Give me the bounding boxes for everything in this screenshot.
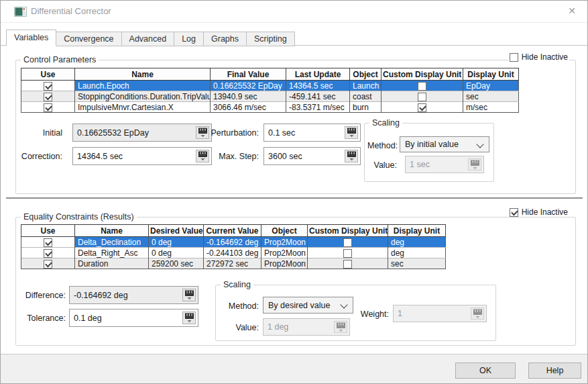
- cell-name: ImpulsiveMnvr.Cartesian.X: [75, 102, 211, 113]
- cell-name: StoppingConditions.Duration.TripValue: [75, 91, 211, 102]
- use-checkbox[interactable]: [44, 260, 52, 269]
- difference-label: Difference:: [7, 291, 66, 300]
- table-row[interactable]: StoppingConditions.Duration.TripValue139…: [21, 91, 519, 102]
- unit-picker-button[interactable]: [345, 126, 358, 139]
- column-header-final_value[interactable]: Final Value: [211, 68, 286, 81]
- use-checkbox[interactable]: [44, 93, 52, 101]
- ruler-icon: [473, 309, 482, 319]
- tab-convergence[interactable]: Convergence: [56, 32, 121, 46]
- table-row[interactable]: Duration259200 sec272972 secProp2Moonsec: [21, 258, 446, 269]
- perturbation-label: Perturbation:: [192, 128, 259, 138]
- custom-unit-checkbox[interactable]: [418, 82, 426, 91]
- cell-use: [21, 91, 75, 102]
- column-header-use[interactable]: Use: [21, 68, 75, 81]
- window-title: Differential Corrector: [31, 1, 111, 22]
- cp-scaling-value-field: 1 sec: [405, 156, 484, 173]
- ec-scaling-weight-label: Weight:: [350, 309, 389, 319]
- hide-inactive-control: Hide Inactive: [508, 207, 569, 217]
- column-header-current_value[interactable]: Current Value: [204, 225, 261, 237]
- cell-display_unit: deg: [388, 248, 446, 258]
- cell-custom_unit: [381, 102, 463, 113]
- use-checkbox[interactable]: [44, 238, 52, 247]
- cp-scaling-group: Scaling Method: By initial value Value: …: [364, 123, 494, 182]
- cp-scaling-method-select[interactable]: By initial value: [400, 136, 489, 152]
- table-row[interactable]: Delta_Declination0 deg-0.164692 degProp2…: [21, 237, 446, 248]
- column-header-display_unit[interactable]: Display Unit: [388, 225, 446, 237]
- column-header-desired_value[interactable]: Desired Value: [149, 225, 204, 237]
- cell-custom_unit: [308, 237, 388, 248]
- perturbation-field[interactable]: 0.1 sec: [263, 124, 361, 142]
- cell-name: Duration: [75, 258, 149, 269]
- cell-name: Delta_Declination: [75, 237, 149, 248]
- use-checkbox[interactable]: [44, 103, 52, 112]
- table-row[interactable]: Delta_Right_Asc0 deg-0.244103 degProp2Mo…: [21, 248, 446, 258]
- initial-value: 0.16625532 EpDay: [77, 128, 149, 138]
- column-header-custom_unit[interactable]: Custom Display Unit: [308, 225, 388, 237]
- max-step-field[interactable]: 3600 sec: [263, 147, 361, 165]
- cell-final_value: 3066.46 m/sec: [211, 102, 286, 113]
- use-checkbox[interactable]: [44, 82, 52, 91]
- ec-scaling-weight-field: 1: [393, 305, 487, 322]
- tab-advanced[interactable]: Advanced: [121, 32, 175, 46]
- custom-unit-checkbox[interactable]: [343, 249, 352, 258]
- column-header-custom_unit[interactable]: Custom Display Unit: [381, 68, 463, 81]
- ok-button[interactable]: OK: [455, 363, 516, 379]
- tab-graphs[interactable]: Graphs: [203, 32, 247, 46]
- column-header-use[interactable]: Use: [21, 225, 75, 237]
- column-header-name[interactable]: Name: [75, 68, 211, 81]
- hide-inactive-checkbox[interactable]: [510, 208, 518, 217]
- unit-picker-button[interactable]: [345, 150, 358, 162]
- ec-scaling-group-title: Scaling: [221, 280, 253, 289]
- column-header-last_update[interactable]: Last Update: [286, 68, 350, 81]
- cell-object: burn: [350, 102, 381, 113]
- difference-field: -0.164692 deg: [69, 286, 198, 304]
- unit-picker-button[interactable]: [182, 289, 196, 301]
- close-button[interactable]: ✕: [564, 1, 580, 21]
- ec-scaling-method-label: Method:: [220, 301, 259, 311]
- column-header-display_unit[interactable]: Display Unit: [463, 68, 519, 81]
- difference-value: -0.164692 deg: [74, 291, 128, 300]
- cell-final_value: 13940.9 sec: [211, 91, 286, 102]
- tab-scripting[interactable]: Scripting: [246, 32, 295, 46]
- column-header-object[interactable]: Object: [350, 68, 381, 81]
- section-separator: [6, 197, 583, 199]
- table-row[interactable]: Launch.Epoch0.16625532 EpDay14364.5 secL…: [21, 81, 519, 91]
- correction-field[interactable]: 14364.5 sec: [72, 147, 212, 165]
- cell-desired_value: 0 deg: [149, 248, 204, 258]
- unit-picker-button[interactable]: [182, 311, 196, 324]
- tab-variables[interactable]: Variables: [6, 30, 56, 46]
- tab-log[interactable]: Log: [174, 32, 204, 46]
- perturbation-value: 0.1 sec: [268, 128, 295, 138]
- ec-scaling-weight-value: 1: [398, 309, 402, 318]
- column-header-object[interactable]: Object: [261, 225, 308, 237]
- cell-current_value: 272972 sec: [204, 258, 261, 269]
- tolerance-field[interactable]: 0.1 deg: [69, 309, 198, 327]
- cell-use: [21, 248, 75, 258]
- use-checkbox[interactable]: [44, 249, 52, 258]
- help-button[interactable]: Help: [528, 363, 581, 379]
- cell-display_unit: sec: [463, 91, 519, 102]
- table-row[interactable]: ImpulsiveMnvr.Cartesian.X3066.46 m/sec-8…: [21, 102, 519, 113]
- column-header-name[interactable]: Name: [75, 225, 149, 237]
- ec-scaling-value: 1 deg: [268, 322, 288, 332]
- cell-current_value: -0.244103 deg: [204, 248, 261, 258]
- ec-scaling-group: Scaling Method: By desired value Value: …: [215, 285, 496, 341]
- custom-unit-checkbox[interactable]: [418, 93, 426, 101]
- custom-unit-checkbox[interactable]: [418, 103, 426, 112]
- ruler-icon: [337, 322, 345, 332]
- tolerance-value: 0.1 deg: [74, 314, 102, 323]
- cell-desired_value: 259200 sec: [149, 258, 204, 269]
- cell-use: [21, 81, 75, 91]
- custom-unit-checkbox[interactable]: [343, 238, 352, 247]
- cp-scaling-method-label: Method:: [367, 141, 397, 150]
- cell-use: [21, 258, 75, 269]
- custom-unit-checkbox[interactable]: [343, 260, 352, 269]
- correction-label: Correction:: [15, 152, 62, 161]
- ec-scaling-method-select[interactable]: By desired value: [263, 297, 353, 314]
- cell-object: Prop2Moon: [261, 237, 308, 248]
- tab-bar: VariablesConvergenceAdvancedLogGraphsScr…: [6, 30, 294, 46]
- hide-inactive-checkbox[interactable]: [510, 53, 518, 62]
- max-step-value: 3600 sec: [268, 152, 302, 161]
- unit-picker-button: [334, 321, 347, 333]
- tolerance-label: Tolerance:: [7, 314, 66, 323]
